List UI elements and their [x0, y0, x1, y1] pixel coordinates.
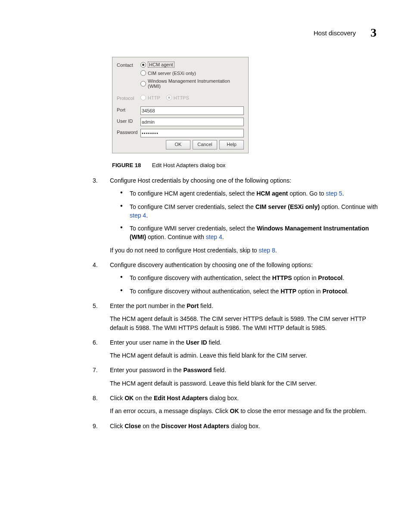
link-step-8[interactable]: step 8 — [259, 247, 275, 254]
contact-option-hcm[interactable]: HCM agent — [148, 62, 174, 68]
radio-selected-icon — [166, 95, 172, 100]
step-5: 5. Enter the port number in the Port fie… — [93, 302, 381, 332]
figure-label: FIGURE 18 — [112, 162, 141, 168]
radio-selected-icon[interactable] — [140, 62, 146, 68]
step-text: Configure Host credentials by choosing o… — [110, 177, 291, 184]
step-note: If you do not need to configure Host cre… — [110, 246, 381, 255]
step-text: Configure discovery authentication by ch… — [110, 261, 313, 268]
step-para: The HCM agent default is admin. Leave th… — [110, 351, 381, 360]
link-step-4[interactable]: step 4 — [206, 233, 222, 240]
list-item: To configure discovery without authentic… — [120, 287, 381, 296]
protocol-option-http: HTTP — [148, 95, 160, 100]
step-8: 8. Click OK on the Edit Host Adapters di… — [93, 394, 381, 416]
step-7: 7. Enter your password in the Password f… — [93, 366, 381, 388]
help-button[interactable]: Help — [219, 140, 244, 149]
radio-unselected-icon — [140, 95, 146, 100]
link-step-5[interactable]: step 5 — [326, 190, 342, 197]
edit-host-adapters-dialog: Contact HCM agent CIM server (ESXi only)… — [112, 57, 249, 153]
user-id-input[interactable]: admin — [140, 118, 244, 126]
step-number: 3. — [93, 176, 98, 185]
figure-caption-text: Edit Host Adapters dialog box — [152, 162, 226, 168]
user-id-label: User ID — [117, 118, 140, 124]
list-item: To configure WMI server credentials, sel… — [120, 224, 381, 242]
step-para: The HCM agent default is 34568. The CIM … — [110, 314, 381, 332]
step-number: 7. — [93, 366, 98, 374]
header-title: Host discovery — [314, 29, 356, 37]
step-number: 5. — [93, 302, 98, 310]
step-number: 4. — [93, 261, 98, 269]
step-3: 3. Configure Host credentials by choosin… — [93, 176, 381, 255]
contact-label: Contact — [117, 62, 140, 68]
step-4: 4. Configure discovery authentication by… — [93, 261, 381, 296]
step-para: The HCM agent default is password. Leave… — [110, 379, 381, 388]
step-para: If an error occurs, a message displays. … — [110, 407, 381, 415]
ok-button[interactable]: OK — [166, 140, 190, 149]
page-header: Host discovery 3 — [26, 26, 385, 40]
contact-option-wmi[interactable]: Windows Management Instrumentation (WMI) — [148, 78, 244, 89]
chapter-number: 3 — [371, 26, 377, 40]
step-number: 8. — [93, 394, 98, 402]
list-item: To configure HCM agent credentials, sele… — [120, 189, 381, 198]
list-item: To configure discovery with authenticati… — [120, 274, 381, 282]
radio-unselected-icon[interactable] — [140, 81, 146, 87]
step-number: 6. — [93, 338, 98, 347]
list-item: To configure CIM server credentials, sel… — [120, 202, 381, 220]
port-label: Port — [117, 106, 140, 112]
cancel-button[interactable]: Cancel — [193, 140, 217, 149]
password-input[interactable]: •••••••• — [140, 129, 244, 137]
port-input[interactable]: 34568 — [140, 106, 244, 115]
password-label: Password — [117, 129, 140, 135]
contact-option-cim[interactable]: CIM server (ESXi only) — [148, 71, 196, 76]
protocol-label: Protocol — [117, 95, 140, 101]
link-step-4[interactable]: step 4 — [130, 212, 146, 219]
step-number: 9. — [93, 422, 98, 430]
step-6: 6. Enter your user name in the User ID f… — [93, 338, 381, 360]
step-9: 9. Click Close on the Discover Host Adap… — [93, 422, 381, 430]
protocol-option-https: HTTPS — [174, 95, 189, 100]
radio-unselected-icon[interactable] — [140, 70, 146, 76]
figure-caption: FIGURE 18 Edit Host Adapters dialog box — [112, 162, 385, 168]
